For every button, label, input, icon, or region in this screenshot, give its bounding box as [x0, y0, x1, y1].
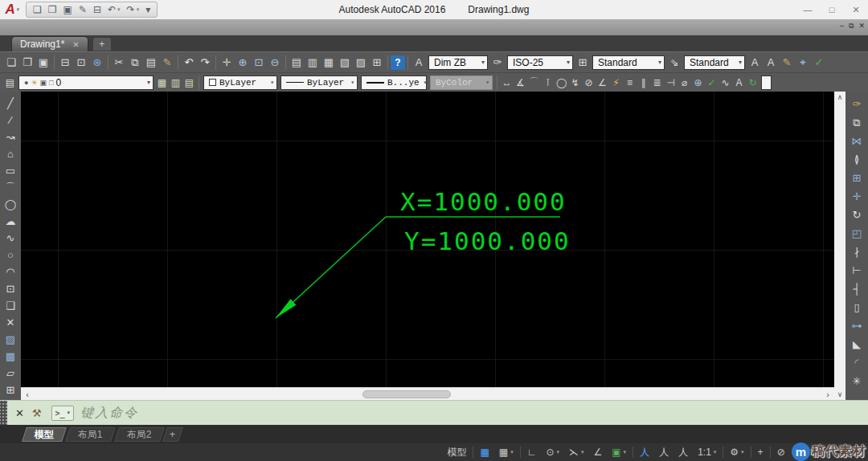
properties-palette-button[interactable]: ▤ — [289, 55, 305, 71]
command-input[interactable]: 键入命令 — [80, 405, 138, 422]
chamfer-tool[interactable]: ◣ — [848, 335, 866, 353]
make-block-tool[interactable]: ❑ — [2, 297, 19, 314]
isometric-drafting-button[interactable]: ∠ — [589, 444, 608, 460]
ordinate-dimension-button[interactable]: ⊺ — [541, 75, 555, 91]
find-button[interactable]: ⌖ — [795, 55, 811, 71]
annotation-visibility-button[interactable]: 人 — [635, 444, 654, 460]
qat-new-button[interactable]: ❏ — [30, 2, 45, 17]
annotation-scale-button[interactable]: 人 — [674, 444, 693, 460]
command-prompt-icon[interactable]: >_ ▾ — [51, 406, 75, 421]
scroll-left-icon[interactable]: ‹ — [21, 390, 34, 399]
qat-open-button[interactable]: ❐ — [45, 2, 60, 17]
polyline-tool[interactable]: ↝ — [2, 129, 19, 145]
command-line-grip[interactable] — [0, 401, 7, 425]
inspection-button[interactable]: ✓ — [705, 75, 719, 91]
scroll-up-icon[interactable]: ∧ — [837, 93, 843, 101]
table-style-combobox[interactable]: Standard▾ — [592, 55, 665, 70]
save-button[interactable]: ▣ — [35, 55, 51, 71]
doc-restore-button[interactable]: ⧉ — [849, 22, 854, 31]
isolate-objects-button[interactable]: ⊘ — [772, 444, 790, 460]
dim-text-style-combobox[interactable]: Dim ZB▾ — [428, 55, 488, 70]
copy-tool[interactable]: ⧉ — [848, 113, 866, 132]
arc-length-dimension-button[interactable]: ⌒ — [527, 75, 541, 91]
scroll-down-icon[interactable]: ∨ — [837, 390, 843, 398]
linear-dimension-button[interactable]: ↔ — [500, 75, 514, 91]
ellipse-tool[interactable]: ○ — [2, 247, 19, 263]
paste-button[interactable]: ▤ — [143, 55, 159, 71]
open-button[interactable]: ❐ — [19, 55, 35, 71]
layout-tab-model[interactable]: 模型 — [22, 427, 67, 442]
designcenter-button[interactable]: ▥ — [305, 55, 321, 71]
scale-tool[interactable]: ◰ — [848, 224, 866, 243]
break-tool[interactable]: ▯ — [848, 298, 866, 316]
radius-dimension-button[interactable]: ◯ — [555, 75, 568, 91]
dimension-update-button[interactable]: ↻ — [746, 75, 760, 91]
spline-tool[interactable]: ∿ — [2, 230, 19, 247]
rectangle-tool[interactable]: ▭ — [2, 162, 19, 179]
zoom-previous-button[interactable]: ⊖ — [267, 55, 283, 71]
qat-customize-button[interactable]: ▾ — [142, 2, 154, 17]
sheet-set-manager-button[interactable]: ▧ — [337, 55, 353, 71]
new-button[interactable]: ❏ — [3, 55, 19, 71]
qat-save-button[interactable]: ▣ — [60, 2, 76, 17]
ellipse-arc-tool[interactable]: ◠ — [2, 263, 19, 280]
extend-tool[interactable]: ⊢ — [848, 261, 866, 279]
scroll-right-icon[interactable]: › — [821, 390, 834, 399]
region-tool[interactable]: ▱ — [2, 365, 19, 381]
menu-help[interactable] — [235, 19, 254, 35]
menu-tools[interactable] — [119, 19, 138, 35]
polygon-tool[interactable]: ⌂ — [2, 145, 19, 162]
tolerance-button[interactable]: ⌀ — [678, 75, 691, 91]
document-tab-drawing1[interactable]: Drawing1* ✕ — [11, 36, 88, 51]
qat-plot-button[interactable]: ⊟ — [90, 2, 104, 17]
dim-style-icon[interactable]: ✑ — [489, 55, 506, 71]
horizontal-scroll-thumb[interactable] — [362, 390, 451, 398]
customization-button[interactable]: + — [753, 444, 768, 460]
new-drawing-tab-button[interactable]: + — [93, 38, 111, 51]
join-tool[interactable]: ⊶ — [848, 316, 866, 335]
diameter-dimension-button[interactable]: ⊘ — [582, 75, 596, 91]
quick-dimension-button[interactable]: ⚡ — [609, 75, 623, 91]
snap-mode-button[interactable]: ▦ ▾ — [494, 444, 518, 460]
object-snap-tracking-button[interactable]: ⋋ ▾ — [564, 444, 589, 460]
pan-button[interactable]: ✛ — [219, 55, 235, 71]
baseline-dimension-button[interactable]: ≡ — [623, 75, 637, 91]
continue-dimension-button[interactable]: ∥ — [637, 75, 650, 91]
layer-previous-button[interactable]: ▥ — [169, 75, 182, 91]
help-button[interactable]: ? — [391, 55, 405, 70]
layer-isolate-button[interactable]: ▤ — [182, 75, 196, 91]
doc-minimize-button[interactable]: – — [840, 22, 844, 31]
menu-view[interactable] — [61, 19, 80, 35]
publish-button[interactable]: ⊛ — [89, 55, 105, 71]
multileader-style-icon[interactable]: ⇘ — [666, 55, 682, 71]
break-at-point-tool[interactable]: ┤ — [848, 279, 866, 298]
table-style-icon[interactable]: ⊞ — [575, 55, 591, 71]
menu-window[interactable] — [215, 19, 235, 35]
arc-tool[interactable]: ⌒ — [2, 179, 19, 196]
plot-preview-button[interactable]: ⊡ — [73, 55, 89, 71]
qat-saveas-button[interactable]: ✎ — [76, 2, 90, 17]
maximize-button[interactable]: □ — [820, 1, 844, 18]
close-button[interactable]: ✕ — [844, 1, 868, 18]
dimension-break-button[interactable]: ⊣ — [664, 75, 678, 91]
layer-states-button[interactable]: ▦ — [155, 75, 169, 91]
explode-tool[interactable]: ✳ — [848, 372, 866, 390]
layer-combobox[interactable]: ● ☀ ▣ □ 0 ▾ — [18, 75, 154, 90]
polar-tracking-button[interactable]: ⊙ ▾ — [541, 444, 564, 460]
revision-cloud-tool[interactable]: ☁ — [2, 213, 19, 230]
qat-redo-button[interactable]: ↷ ▾ — [124, 2, 143, 17]
text-style-button[interactable]: A — [747, 55, 763, 71]
jogged-dimension-button[interactable]: ↯ — [568, 75, 582, 91]
construction-line-tool[interactable]: ∕ — [2, 112, 19, 129]
spell-check-button[interactable]: ✓ — [811, 55, 827, 71]
menu-file[interactable] — [23, 19, 42, 35]
insert-block-tool[interactable]: ⊡ — [2, 280, 19, 297]
layout-tab-layout1[interactable]: 布局1 — [65, 427, 116, 442]
table-tool[interactable]: ⊞ — [2, 381, 19, 398]
zoom-realtime-button[interactable]: ⊕ — [235, 55, 251, 71]
redo-button[interactable]: ↷ — [197, 55, 213, 71]
array-tool[interactable]: ⊞ — [848, 169, 866, 187]
dimension-text-align-button[interactable]: A — [732, 75, 746, 91]
plot-button[interactable]: ⊟ — [57, 55, 73, 71]
workspace-switching-button[interactable]: ⚙ ▾ — [725, 444, 748, 460]
